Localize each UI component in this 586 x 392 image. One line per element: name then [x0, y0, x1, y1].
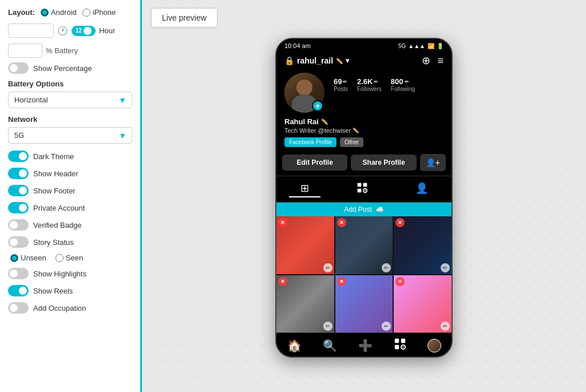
grid-close-5[interactable]: ✕ — [395, 277, 405, 286]
show-reels-row: Show Reels — [8, 285, 132, 296]
grid-close-2[interactable]: ✕ — [395, 218, 405, 227]
show-footer-row: Show Footer — [8, 185, 132, 196]
grid-item-4[interactable]: ✕ ✏ — [335, 275, 393, 333]
add-nav[interactable]: ➕ — [358, 339, 373, 353]
iphone-radio-label[interactable]: iPhone — [82, 8, 116, 17]
show-percentage-slider — [8, 62, 29, 74]
grid-close-0[interactable]: ✕ — [278, 218, 287, 227]
following-num: 800 ✏ — [391, 77, 415, 86]
facebook-profile-link[interactable]: Facebook Profile — [284, 137, 336, 147]
posts-num: 69 ✏ — [334, 77, 348, 86]
grid-close-1[interactable]: ✕ — [337, 218, 346, 227]
dark-theme-label: Dark Theme — [33, 152, 74, 161]
followers-label: Followers — [357, 86, 382, 92]
story-status-toggle[interactable] — [8, 236, 29, 248]
tagged-tab[interactable]: 👤 — [404, 181, 440, 197]
other-link[interactable]: Other — [340, 137, 363, 147]
verified-badge-slider — [8, 219, 29, 231]
show-footer-toggle[interactable] — [8, 185, 29, 196]
verified-badge-toggle[interactable] — [8, 219, 29, 231]
phone-mockup: 10:04 am 5G ▲▲▲ 📶 🔋 🔒 rahul_rail ✏️ ▾ — [275, 38, 453, 358]
add-post-bar[interactable]: Add Post ☁️ — [276, 203, 452, 216]
private-account-toggle[interactable] — [8, 202, 29, 213]
grid-item-2[interactable]: ✕ ✏ — [394, 216, 452, 274]
iphone-label: iPhone — [93, 8, 116, 17]
grid-item-3[interactable]: ✕ ✏ — [276, 275, 334, 333]
iphone-radio[interactable] — [82, 9, 90, 17]
time-input[interactable]: 10:04 am — [8, 23, 54, 38]
battery-options-select[interactable]: Horizontal Vertical Circular — [8, 92, 132, 108]
grid-edit-0[interactable]: ✏ — [323, 263, 332, 272]
add-occupation-toggle[interactable] — [8, 302, 29, 314]
share-profile-button[interactable]: Share Profile — [351, 155, 416, 171]
signal-icon: ▲▲▲ — [408, 43, 425, 49]
show-header-toggle[interactable] — [8, 168, 29, 179]
followers-number: 2.6K — [357, 77, 373, 86]
seen-radio[interactable] — [56, 254, 64, 262]
show-reels-toggle[interactable] — [8, 285, 29, 296]
right-panel: Live preview 10:04 am 5G ▲▲▲ 📶 🔋 🔒 — [142, 0, 586, 392]
android-radio[interactable] — [41, 9, 49, 17]
search-nav[interactable]: 🔍 — [323, 339, 337, 353]
menu-icon[interactable]: ≡ — [437, 55, 444, 67]
grid-item-0[interactable]: ✕ ✏ — [276, 216, 334, 274]
battery-pct-label: % Battery — [46, 46, 78, 55]
grid-tab[interactable]: ⊞ — [289, 181, 320, 197]
verified-badge-row: Verified Badge — [8, 219, 132, 231]
home-nav[interactable]: 🏠 — [287, 339, 302, 353]
fullname-edit: ✏️ — [321, 118, 328, 125]
fullname-text: Rahul Rai — [284, 117, 319, 126]
grid-item-5[interactable]: ✕ ✏ — [394, 275, 452, 333]
show-header-slider — [8, 168, 29, 179]
bio-text: Tech Writer @techwiser — [284, 127, 351, 134]
svg-rect-1 — [363, 183, 367, 187]
android-radio-label[interactable]: Android — [41, 8, 77, 17]
ig-action-buttons: Edit Profile Share Profile 👤+ — [276, 152, 452, 176]
twelve-hour-toggle[interactable]: 12 — [72, 26, 96, 36]
followers-num: 2.6K ✏ — [357, 77, 382, 86]
ig-plus-button[interactable]: + — [312, 100, 323, 112]
live-preview-button[interactable]: Live preview — [151, 8, 217, 27]
grid-edit-5[interactable]: ✏ — [441, 322, 450, 331]
grid-close-3[interactable]: ✕ — [278, 277, 287, 286]
posts-edit: ✏ — [343, 79, 347, 85]
add-occupation-label: Add Occupation — [33, 304, 86, 312]
grid-edit-4[interactable]: ✏ — [382, 322, 391, 331]
unseen-radio-label[interactable]: Unseen — [10, 254, 46, 262]
ig-bio-section: Rahul Rai ✏️ Tech Writer @techwiser ✏️ F… — [276, 116, 452, 152]
add-occupation-slider — [8, 302, 29, 314]
network-select-row: 5G 4G LTE ▼ — [8, 127, 132, 144]
grid-item-1[interactable]: ✕ ✏ — [335, 216, 393, 274]
grid-edit-3[interactable]: ✏ — [323, 322, 332, 331]
ig-links: Facebook Profile Other — [284, 137, 444, 147]
private-account-row: Private Account — [8, 202, 132, 213]
grid-close-4[interactable]: ✕ — [337, 277, 346, 286]
posts-count: 69 ✏ Posts — [334, 77, 348, 92]
show-footer-slider — [8, 185, 29, 196]
following-count: 800 ✏ Following — [391, 77, 415, 92]
dropdown-icon[interactable]: ▾ — [346, 57, 349, 65]
seen-label: Seen — [66, 254, 83, 262]
unseen-radio[interactable] — [10, 254, 18, 262]
ig-header-icons: ⊕ ≡ — [422, 54, 444, 67]
story-radio-row: Unseen Seen — [10, 254, 132, 262]
show-footer-label: Show Footer — [33, 187, 76, 195]
seen-radio-label[interactable]: Seen — [56, 254, 83, 262]
add-follow-button[interactable]: 👤+ — [420, 154, 446, 171]
main-toggles: Dark Theme Show Header Show Footer Priva… — [8, 151, 132, 248]
show-percentage-toggle[interactable] — [8, 62, 29, 74]
grid-edit-2[interactable]: ✏ — [441, 263, 450, 272]
grid-edit-1[interactable]: ✏ — [382, 263, 391, 272]
posts-label: Posts — [334, 86, 348, 92]
show-highlights-toggle[interactable] — [8, 268, 29, 279]
dark-theme-toggle[interactable] — [8, 151, 29, 162]
layout-radio-group: Android iPhone — [41, 8, 116, 17]
ig-fullname: Rahul Rai ✏️ — [284, 117, 444, 126]
network-select[interactable]: 5G 4G LTE — [8, 127, 132, 144]
reels-tab[interactable] — [345, 181, 379, 197]
add-icon[interactable]: ⊕ — [422, 54, 430, 67]
battery-input[interactable]: 69 — [8, 43, 42, 58]
reels-nav[interactable] — [394, 338, 406, 353]
profile-nav-avatar[interactable] — [427, 339, 441, 353]
edit-profile-button[interactable]: Edit Profile — [282, 155, 347, 171]
